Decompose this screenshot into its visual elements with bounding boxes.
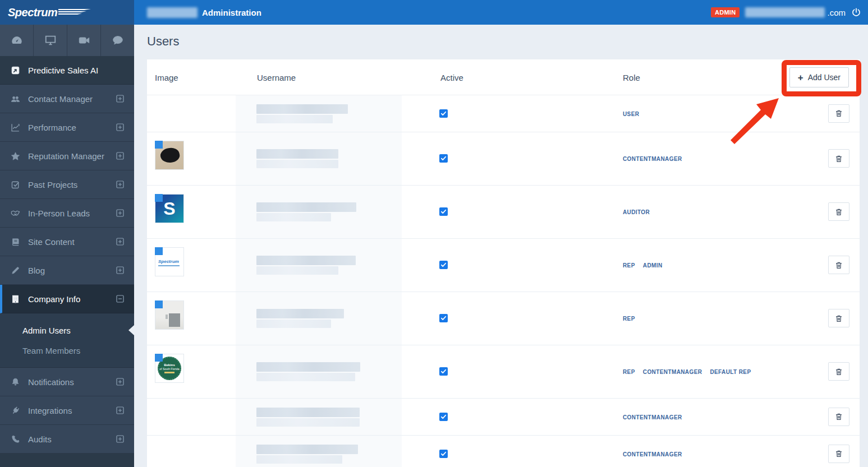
sidebar-item-label: Performance — [28, 123, 116, 132]
sidebar-subitem-label: Admin Users — [22, 326, 71, 335]
sidebar-item-audits[interactable]: Audits — [0, 425, 134, 454]
monitor-icon[interactable] — [34, 25, 67, 56]
check-square-icon — [10, 179, 20, 189]
sidebar-item-blog[interactable]: Blog — [0, 256, 134, 285]
redacted-username — [256, 202, 356, 221]
image-corner-badge — [155, 247, 163, 255]
sidebar-item-integrations[interactable]: Integrations — [0, 396, 134, 425]
user-image-s-logo — [155, 194, 184, 223]
sidebar-item-company-info[interactable]: Company Info — [0, 285, 134, 313]
video-icon[interactable] — [67, 25, 101, 56]
table-row: USER — [147, 95, 860, 132]
active-item-caret-icon — [128, 325, 134, 335]
redacted-account-email — [745, 7, 825, 17]
delete-user-button[interactable] — [828, 362, 849, 381]
sidebar-item-label: Past Projects — [28, 180, 116, 189]
expand-plus-box-icon[interactable] — [116, 266, 124, 274]
image-corner-badge — [155, 141, 163, 149]
trash-icon — [834, 367, 843, 376]
users-table-body: USERCONTENTMANAGERAUDITORREPADMINREPBeki… — [147, 95, 860, 467]
role-badge: REP — [623, 316, 635, 322]
redacted-company-name — [147, 7, 198, 18]
active-checkbox[interactable] — [439, 109, 448, 118]
image-corner-badge — [155, 194, 163, 202]
collapse-minus-box-icon[interactable] — [116, 295, 124, 303]
image-corner-badge — [155, 354, 163, 362]
sidebar-item-contact-manager[interactable]: Contact Manager — [0, 85, 134, 113]
active-checkbox[interactable] — [439, 261, 448, 269]
sidebar-item-performance[interactable]: Performance — [0, 113, 134, 142]
sidebar-item-label: Notifications — [28, 377, 116, 387]
sidebar-item-notifications[interactable]: Notifications — [0, 368, 134, 396]
expand-plus-box-icon[interactable] — [116, 238, 124, 246]
logout-power-icon[interactable] — [851, 7, 861, 17]
dashboard-icon[interactable] — [0, 25, 34, 56]
chat-icon[interactable] — [101, 25, 134, 56]
sidebar-item-label: Audits — [28, 434, 116, 444]
redacted-username — [256, 362, 360, 381]
role-badge: USER — [623, 110, 639, 117]
delete-user-button[interactable] — [828, 445, 849, 463]
active-checkbox[interactable] — [439, 450, 448, 458]
active-checkbox[interactable] — [439, 413, 448, 421]
role-badge: CONTENTMANAGER — [643, 369, 702, 375]
sidebar-nav: Predictive Sales AIContact ManagerPerfor… — [0, 56, 134, 454]
table-row: CONTENTMANAGER — [147, 436, 860, 467]
role-badges: USER — [623, 110, 639, 117]
spectrum-logo[interactable]: Spectrum — [0, 0, 134, 25]
role-badge: REP — [623, 369, 635, 375]
sidebar-item-label: Site Content — [28, 237, 116, 247]
sidebar-item-label: Blog — [28, 266, 116, 275]
expand-plus-box-icon[interactable] — [116, 209, 124, 217]
active-checkbox[interactable] — [439, 154, 448, 163]
expand-plus-box-icon[interactable] — [116, 378, 124, 386]
role-badge: AUDITOR — [623, 209, 650, 215]
redacted-username — [256, 104, 348, 123]
predictive-icon — [10, 65, 20, 75]
user-image-green-badge: Bekinsof South Florida — [155, 354, 184, 383]
add-user-label: Add User — [808, 73, 841, 82]
table-row: AUDITOR — [147, 186, 860, 239]
delete-user-button[interactable] — [828, 202, 849, 221]
sidebar-subitem-admin-users[interactable]: Admin Users — [0, 320, 134, 340]
role-badges: REP — [623, 316, 635, 322]
sidebar-item-in-person-leads[interactable]: In-Person Leads — [0, 199, 134, 228]
active-checkbox[interactable] — [439, 207, 448, 216]
expand-plus-box-icon[interactable] — [116, 123, 124, 131]
delete-user-button[interactable] — [828, 149, 849, 168]
delete-user-button[interactable] — [828, 256, 849, 274]
sidebar-item-label: Predictive Sales AI — [28, 66, 124, 75]
plus-icon: + — [798, 73, 803, 82]
expand-plus-box-icon[interactable] — [116, 406, 124, 414]
active-checkbox[interactable] — [439, 367, 448, 376]
sidebar-item-label: Contact Manager — [28, 94, 116, 104]
expand-plus-box-icon[interactable] — [116, 95, 124, 103]
users-table-header: Image Username Active Role + Add User — [147, 59, 860, 95]
sidebar-item-site-content[interactable]: Site Content — [0, 228, 134, 256]
trash-icon — [834, 154, 843, 163]
sidebar-item-predictive-sales-ai[interactable]: Predictive Sales AI — [0, 56, 134, 85]
add-user-button[interactable]: + Add User — [789, 67, 849, 87]
delete-user-button[interactable] — [828, 309, 849, 327]
expand-plus-box-icon[interactable] — [116, 181, 124, 188]
sidebar-submenu-company-info: Admin UsersTeam Members — [0, 313, 134, 368]
spectrum-swoosh-icon — [58, 7, 92, 17]
topbar-title: Administration — [202, 8, 261, 17]
column-header-image: Image — [155, 72, 178, 82]
active-checkbox[interactable] — [439, 314, 448, 322]
expand-plus-box-icon[interactable] — [116, 435, 124, 443]
trash-icon — [834, 314, 843, 323]
delete-user-button[interactable] — [828, 104, 849, 123]
topbar-account: ADMIN .com — [711, 7, 868, 17]
plug-icon — [10, 405, 20, 415]
delete-user-button[interactable] — [828, 408, 849, 426]
table-row: REPADMIN — [147, 239, 860, 292]
sidebar-item-past-projects[interactable]: Past Projects — [0, 170, 134, 199]
sidebar-subitem-team-members[interactable]: Team Members — [0, 340, 134, 360]
building-icon — [10, 294, 20, 304]
handshake-icon — [10, 208, 20, 218]
column-header-role: Role — [623, 72, 640, 82]
chart-icon — [10, 122, 20, 132]
expand-plus-box-icon[interactable] — [116, 152, 124, 160]
sidebar-item-reputation-manager[interactable]: Reputation Manager — [0, 142, 134, 170]
